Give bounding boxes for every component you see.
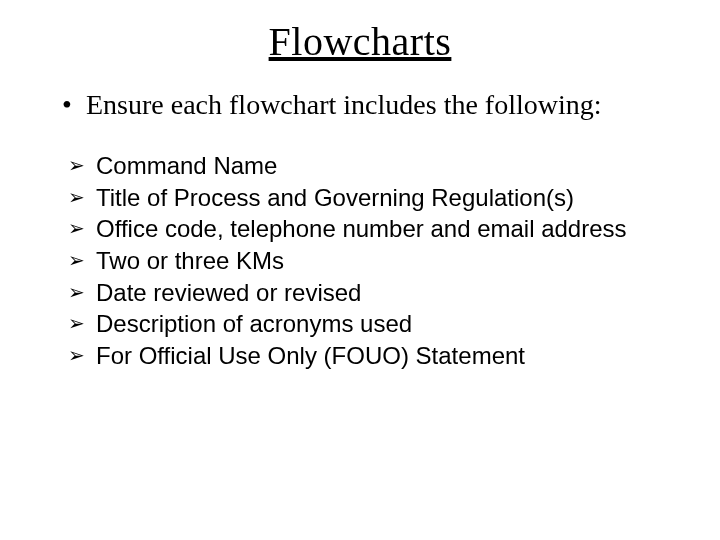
- lead-list: Ensure each flowchart includes the follo…: [40, 87, 680, 122]
- list-item: Command Name: [68, 150, 660, 182]
- list-item: Office code, telephone number and email …: [68, 213, 660, 245]
- list-item: Description of acronyms used: [68, 308, 660, 340]
- list-item: Date reviewed or revised: [68, 277, 660, 309]
- slide: Flowcharts Ensure each flowchart include…: [0, 0, 720, 540]
- page-title: Flowcharts: [40, 18, 680, 65]
- list-item: Two or three KMs: [68, 245, 660, 277]
- list-item: Title of Process and Governing Regulatio…: [68, 182, 660, 214]
- list-item: For Official Use Only (FOUO) Statement: [68, 340, 660, 372]
- lead-item: Ensure each flowchart includes the follo…: [62, 87, 672, 122]
- checklist: Command Name Title of Process and Govern…: [40, 150, 680, 372]
